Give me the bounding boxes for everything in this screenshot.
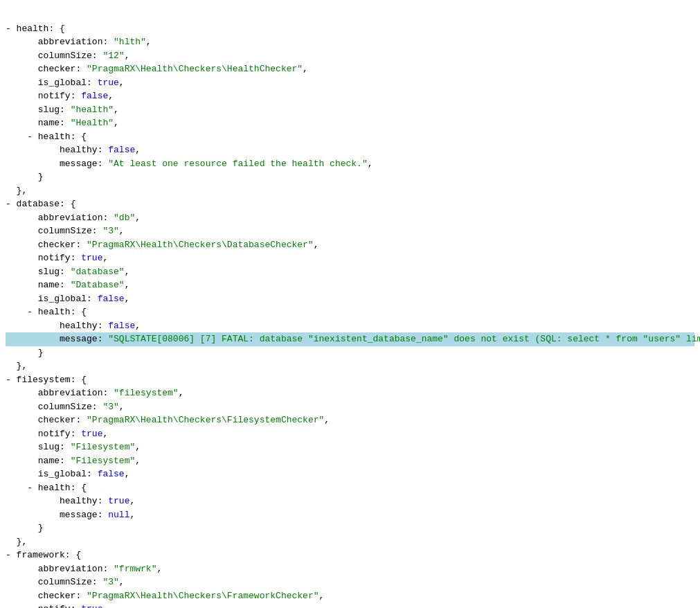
line: abbreviation: "hlth", <box>6 35 694 49</box>
yaml-punct: : <box>102 213 114 223</box>
yaml-boolean: false <box>98 469 125 479</box>
yaml-key: abbreviation <box>38 37 103 47</box>
yaml-punct: : <box>60 456 71 466</box>
yaml-key: columnSize <box>38 226 92 236</box>
yaml-punct: : <box>71 604 82 608</box>
yaml-punct: }, <box>17 537 28 547</box>
yaml-punct: } <box>38 172 44 182</box>
yaml-key: abbreviation <box>38 564 103 574</box>
line: name: "Filesystem", <box>6 454 694 468</box>
yaml-boolean: false <box>108 145 135 155</box>
line: healthy: false, <box>6 143 694 157</box>
yaml-string: "3" <box>102 402 118 412</box>
yaml-key: slug <box>38 105 60 115</box>
yaml-boolean: false <box>108 321 135 331</box>
yaml-boolean: true <box>81 253 102 263</box>
yaml-punct: : <box>98 496 109 506</box>
yaml-key: abbreviation <box>38 388 103 398</box>
yaml-string: "PragmaRX\Health\Checkers\HealthChecker" <box>87 64 303 74</box>
yaml-key: name <box>38 118 60 128</box>
yaml-string: "At least one resource failed the health… <box>108 159 367 169</box>
yaml-punct: : { <box>71 375 87 385</box>
line: slug: "health", <box>6 103 694 117</box>
yaml-key: checker <box>38 591 76 601</box>
line: - health: { <box>6 305 694 319</box>
line: - filesystem: { <box>6 373 694 387</box>
yaml-key: notify <box>38 429 71 439</box>
yaml-key: message <box>60 159 98 169</box>
yaml-boolean: false <box>81 91 108 101</box>
yaml-key: checker <box>38 415 76 425</box>
line: } <box>6 346 694 360</box>
yaml-string: "Database" <box>71 280 125 290</box>
yaml-punct: : <box>75 415 87 425</box>
yaml-punct: : <box>98 510 109 520</box>
yaml-key: columnSize <box>38 577 92 587</box>
yaml-punct: : <box>60 267 71 277</box>
line: notify: true, <box>6 427 694 441</box>
line: message: null, <box>6 508 694 522</box>
yaml-string: "Filesystem" <box>71 456 136 466</box>
yaml-punct: : <box>98 334 109 344</box>
yaml-punct: : <box>92 402 103 412</box>
line: checker: "PragmaRX\Health\Checkers\Files… <box>6 413 694 427</box>
yaml-key: health <box>17 24 49 34</box>
yaml-key: health <box>38 483 71 493</box>
yaml-punct: : { <box>65 550 81 560</box>
line: notify: false, <box>6 89 694 103</box>
yaml-punct: : <box>102 388 114 398</box>
line: checker: "PragmaRX\Health\Checkers\Frame… <box>6 589 694 603</box>
yaml-key: notify <box>38 604 71 608</box>
yaml-string: "3" <box>102 226 118 236</box>
yaml-punct: : { <box>71 483 87 493</box>
yaml-punct: : <box>92 226 103 236</box>
yaml-boolean: true <box>81 604 102 608</box>
yaml-punct: : { <box>71 132 87 142</box>
line: columnSize: "3", <box>6 224 694 238</box>
yaml-key: framework <box>17 550 65 560</box>
yaml-punct: : <box>71 91 82 101</box>
yaml-string: "SQLSTATE[08006] [7] FATAL: database "in… <box>108 334 700 344</box>
line: columnSize: "3", <box>6 400 694 414</box>
yaml-key: notify <box>38 253 71 263</box>
yaml-punct: : <box>87 294 98 304</box>
yaml-string: "Filesystem" <box>71 442 136 452</box>
yaml-key: slug <box>38 442 60 452</box>
yaml-key: name <box>38 280 60 290</box>
line: - database: { <box>6 197 694 211</box>
yaml-punct: : { <box>60 199 75 209</box>
line: } <box>6 170 694 184</box>
line: abbreviation: "filesystem", <box>6 386 694 400</box>
yaml-string: "PragmaRX\Health\Checkers\FrameworkCheck… <box>87 591 318 601</box>
line: abbreviation: "frmwrk", <box>6 562 694 576</box>
yaml-punct: : <box>60 442 71 452</box>
yaml-punct: }, <box>17 186 28 196</box>
line: - framework: { <box>6 548 694 562</box>
yaml-string: "PragmaRX\Health\Checkers\FilesystemChec… <box>87 415 324 425</box>
yaml-key: healthy <box>60 496 98 506</box>
yaml-string: "filesystem" <box>114 388 179 398</box>
yaml-key: notify <box>38 91 71 101</box>
yaml-punct: : { <box>71 307 87 317</box>
yaml-punct: : <box>92 51 103 61</box>
yaml-punct: : <box>87 469 98 479</box>
line: slug: "Filesystem", <box>6 440 694 454</box>
yaml-key: checker <box>38 240 76 250</box>
line: healthy: false, <box>6 319 694 333</box>
yaml-string: "db" <box>114 213 135 223</box>
yaml-key: database <box>17 199 60 209</box>
yaml-key: healthy <box>60 321 98 331</box>
yaml-boolean: true <box>81 429 102 439</box>
yaml-punct: }, <box>17 361 28 371</box>
yaml-key: name <box>38 456 60 466</box>
yaml-boolean: true <box>108 496 129 506</box>
yaml-key: message <box>60 334 98 344</box>
yaml-boolean: true <box>98 78 119 88</box>
line: healthy: true, <box>6 494 694 508</box>
line: slug: "database", <box>6 265 694 279</box>
yaml-punct: : <box>98 321 109 331</box>
yaml-punct: : <box>92 577 103 587</box>
yaml-key: healthy <box>60 145 98 155</box>
line: name: "Health", <box>6 116 694 130</box>
line: message: "At least one resource failed t… <box>6 157 694 171</box>
